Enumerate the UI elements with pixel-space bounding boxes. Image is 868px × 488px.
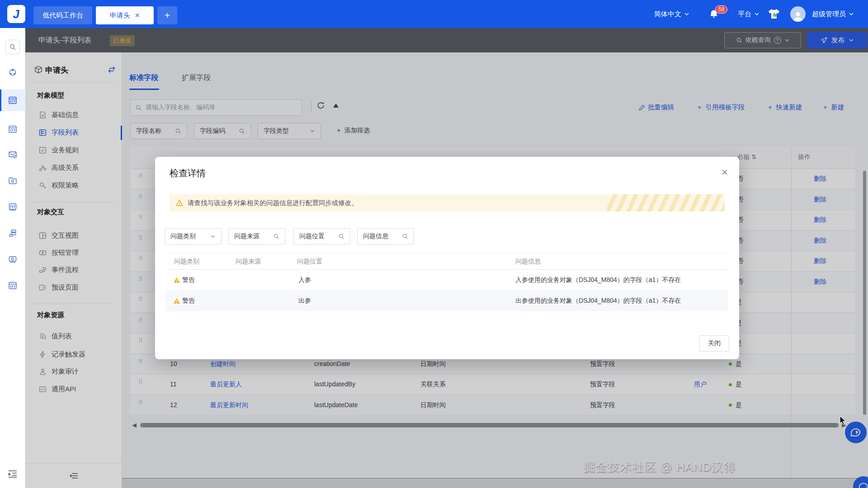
issue-message: 入参使用的业务对象（DSJ04_M804）的字段（a1）不存在: [515, 276, 681, 284]
code-window-icon: [8, 281, 17, 290]
rail-item-monitor[interactable]: [0, 249, 25, 270]
rail-item-page[interactable]: [0, 118, 25, 140]
folder-gear-icon: [8, 176, 17, 185]
app-logo-icon[interactable]: J: [7, 5, 25, 23]
issue-row: 警告 出参 出参使用的业务对象（DSJ04_M804）的字段（a1）不存在: [166, 291, 728, 311]
rail-item-resource[interactable]: [0, 170, 25, 192]
chevron-down-icon: [849, 11, 854, 17]
search-icon: [338, 233, 344, 239]
avatar-icon: [790, 6, 806, 22]
notification-bell[interactable]: 58: [709, 0, 719, 28]
modal-table-header: 问题类别 问题来源 问题位置 问题信息: [166, 253, 728, 270]
modal-title: 检查详情: [170, 167, 206, 179]
issue-message: 出参使用的业务对象（DSJ04_M804）的字段（a1）不存在: [515, 297, 681, 305]
model-network-icon: [8, 68, 17, 77]
rail-collapse-button[interactable]: [8, 470, 18, 478]
add-tab-button[interactable]: +: [157, 6, 177, 24]
issue-category: 警告: [182, 297, 195, 305]
user-avatar[interactable]: [790, 0, 806, 28]
indent-icon: [8, 470, 18, 478]
rail-item-message[interactable]: [0, 144, 25, 165]
warning-icon: [176, 199, 183, 206]
warning-text: 请查找与该业务对象相关的问题信息进行配置同步或修改。: [188, 199, 358, 207]
structure-icon: [8, 229, 17, 238]
tab-application-header[interactable]: 申请头 ✕: [96, 6, 154, 24]
rail-search-button[interactable]: [5, 40, 20, 54]
banner-stripes-decoration: [607, 194, 725, 211]
chevron-down-icon: [210, 234, 216, 239]
notification-count-badge: 58: [715, 5, 727, 14]
theme-tshirt-icon[interactable]: [768, 0, 780, 28]
warning-icon: [173, 297, 180, 305]
check-details-modal: 检查详情 ✕ 请查找与该业务对象相关的问题信息进行配置同步或修改。 问题类别 问…: [155, 157, 739, 359]
mail-gear-icon: [8, 150, 17, 159]
warning-icon: [173, 277, 180, 284]
language-switcher[interactable]: 简体中文: [654, 0, 689, 28]
modal-filter-message[interactable]: 问题信息: [357, 228, 414, 244]
issue-position: 入参: [298, 276, 311, 284]
app-screen: J 低代码工作台 申请头 ✕ + 简体中文 58 平台: [0, 0, 868, 488]
icon-rail: [0, 28, 25, 488]
modal-filter-position[interactable]: 问题位置: [293, 228, 350, 244]
search-icon: [273, 233, 279, 239]
rail-item-settings[interactable]: [0, 196, 25, 218]
rail-item-model[interactable]: [0, 61, 25, 83]
mouse-cursor: [839, 416, 847, 425]
monitor-gear-icon: [8, 255, 17, 264]
warning-banner: 请查找与该业务对象相关的问题信息进行配置同步或修改。: [170, 194, 725, 211]
issue-row: 警告 入参 入参使用的业务对象（DSJ04_M804）的字段（a1）不存在: [166, 270, 728, 291]
modal-filter-source[interactable]: 问题来源: [228, 228, 285, 244]
sliders-icon: [8, 202, 17, 211]
modal-filter-category[interactable]: 问题类别: [165, 228, 222, 244]
chevron-down-icon: [684, 11, 689, 17]
code-window-icon: [8, 125, 17, 134]
tab-workbench[interactable]: 低代码工作台: [33, 6, 92, 24]
search-icon: [402, 233, 408, 239]
modal-close-button[interactable]: 关闭: [699, 335, 729, 352]
modal-close-icon[interactable]: ✕: [718, 166, 731, 178]
rail-item-structure[interactable]: [0, 222, 25, 244]
issue-position: 出参: [298, 297, 311, 305]
rail-item-object-active[interactable]: [0, 89, 25, 111]
top-bar: J 低代码工作台 申请头 ✕ + 简体中文 58 平台: [0, 0, 868, 28]
user-menu[interactable]: 超级管理员: [812, 0, 854, 28]
issue-category: 警告: [182, 276, 195, 284]
chevron-down-icon: [754, 11, 760, 17]
code-window-icon: [8, 96, 17, 105]
bell-icon: 58: [709, 9, 719, 19]
search-icon: [9, 43, 16, 51]
close-tab-icon[interactable]: ✕: [135, 12, 140, 19]
platform-menu[interactable]: 平台: [738, 0, 760, 28]
rail-item-api-page[interactable]: [0, 275, 25, 296]
